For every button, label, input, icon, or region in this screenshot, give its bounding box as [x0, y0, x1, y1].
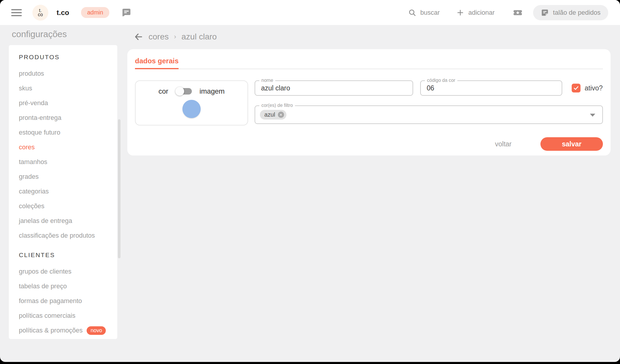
- tab-dados-gerais[interactable]: dados gerais: [135, 57, 179, 69]
- name-field-label: nome: [259, 78, 275, 83]
- active-check-group: ativo?: [572, 84, 603, 92]
- app-window: t. co t.co admin buscar: [0, 0, 620, 362]
- topbar-left: t. co t.co admin: [11, 5, 131, 21]
- sidebar-scrollbar-thumb[interactable]: [118, 119, 121, 258]
- activity-ticket-icon[interactable]: [512, 8, 523, 18]
- sidebar-item-pre-venda[interactable]: pré-venda: [19, 96, 117, 110]
- sidebar-item-label: políticas & promoções: [19, 327, 83, 334]
- topbar-right: buscar adicionar: [408, 5, 608, 20]
- sidebar-menu: PRODUTOS produtos skus pré-venda pronta-…: [9, 45, 117, 339]
- sidebar-item-janelas-de-entrega[interactable]: janelas de entrega: [19, 214, 117, 228]
- fields-row-2: cor(es) de filtro azul ✕: [255, 105, 603, 124]
- sidebar-item-politicas-promocoes[interactable]: políticas & promoções novo: [19, 323, 117, 338]
- name-field-value: azul claro: [255, 81, 413, 95]
- menu-icon[interactable]: [11, 9, 22, 16]
- filter-colors-field-label: cor(es) de filtro: [259, 103, 295, 108]
- page-title: configurações: [12, 29, 120, 39]
- toggle-right-label: imagem: [199, 87, 225, 95]
- novo-badge: novo: [87, 326, 106, 335]
- sidebar-item-categorias[interactable]: categorias: [19, 184, 117, 199]
- search-button[interactable]: buscar: [408, 9, 440, 17]
- sidebar-item-estoque-futuro[interactable]: estoque futuro: [19, 125, 117, 140]
- order-pad-label: talão de pedidos: [553, 9, 601, 16]
- section-header-produtos: PRODUTOS: [19, 50, 117, 64]
- search-label: buscar: [420, 9, 440, 16]
- sidebar-item-pronta-entrega[interactable]: pronta-entrega: [19, 110, 117, 125]
- add-label: adicionar: [468, 9, 494, 16]
- check-icon: [573, 85, 579, 91]
- sidebar-item-grupos-de-clientes[interactable]: grupos de clientes: [19, 264, 117, 279]
- fields-column: nome azul claro código da cor 06: [255, 80, 603, 125]
- brand-name: t.co: [57, 9, 69, 17]
- color-edit-card: dados gerais cor imagem: [127, 49, 611, 155]
- color-type-panel: cor imagem: [135, 80, 248, 125]
- sidebar-item-grades[interactable]: grades: [19, 169, 117, 184]
- active-checkbox-label: ativo?: [585, 84, 603, 92]
- actions-row: voltar salvar: [135, 137, 603, 151]
- sidebar-item-colecoes[interactable]: coleções: [19, 199, 117, 214]
- toggle-left-label: cor: [159, 87, 168, 95]
- order-pad-button[interactable]: talão de pedidos: [533, 5, 608, 20]
- color-image-switch[interactable]: [175, 87, 192, 96]
- color-type-toggle-row: cor imagem: [136, 87, 248, 96]
- topbar: t. co t.co admin buscar: [0, 0, 620, 25]
- breadcrumb-current: azul claro: [182, 32, 217, 42]
- filter-colors-field[interactable]: cor(es) de filtro azul ✕: [255, 105, 603, 124]
- breadcrumb: cores › azul claro: [134, 32, 620, 42]
- sidebar-item-tamanhos[interactable]: tamanhos: [19, 155, 117, 169]
- name-field[interactable]: nome azul claro: [255, 80, 413, 96]
- back-arrow-icon[interactable]: [134, 32, 143, 42]
- sidebar-item-skus[interactable]: skus: [19, 81, 117, 96]
- back-button[interactable]: voltar: [495, 140, 512, 148]
- chip-remove-icon[interactable]: ✕: [278, 112, 284, 118]
- add-button[interactable]: adicionar: [456, 9, 494, 17]
- search-icon: [408, 9, 416, 17]
- sidebar-item-politicas-comerciais[interactable]: políticas comerciais: [19, 308, 117, 323]
- color-code-field-value: 06: [421, 81, 562, 95]
- save-button[interactable]: salvar: [540, 137, 603, 151]
- sidebar-item-cores[interactable]: cores: [19, 140, 117, 155]
- form-row: cor imagem nome: [135, 80, 603, 125]
- filter-chip-azul[interactable]: azul ✕: [260, 110, 286, 120]
- breadcrumb-parent[interactable]: cores: [149, 32, 169, 42]
- chat-icon[interactable]: [122, 8, 131, 17]
- order-pad-icon: [541, 9, 549, 17]
- store-logo-avatar[interactable]: t. co: [32, 5, 48, 21]
- color-swatch[interactable]: [182, 100, 201, 118]
- admin-badge: admin: [81, 7, 109, 18]
- active-checkbox[interactable]: [572, 84, 581, 92]
- logo-line2: co: [38, 13, 43, 17]
- breadcrumb-separator: ›: [174, 33, 176, 41]
- dropdown-caret-icon[interactable]: [590, 114, 595, 117]
- color-code-field-label: código da cor: [425, 78, 457, 83]
- chip-label: azul: [264, 111, 275, 118]
- sidebar-item-formas-de-pagamento[interactable]: formas de pagamento: [19, 294, 117, 308]
- section-header-clientes: CLIENTES: [19, 248, 117, 262]
- switch-thumb: [175, 87, 184, 96]
- sidebar-item-tabelas-de-preco[interactable]: tabelas de preço: [19, 279, 117, 294]
- sidebar-item-produtos[interactable]: produtos: [19, 66, 117, 81]
- sidebar-item-classificacoes[interactable]: classificações de produtos: [19, 228, 117, 243]
- content-area: configurações PRODUTOS produtos skus pré…: [0, 25, 620, 362]
- fields-row-1: nome azul claro código da cor 06: [255, 80, 603, 96]
- color-code-field[interactable]: código da cor 06: [420, 80, 562, 96]
- main-area: cores › azul claro dados gerais cor: [120, 25, 620, 362]
- settings-sidebar: configurações PRODUTOS produtos skus pré…: [0, 25, 120, 362]
- plus-icon: [456, 9, 464, 17]
- tab-bar: dados gerais: [135, 49, 603, 69]
